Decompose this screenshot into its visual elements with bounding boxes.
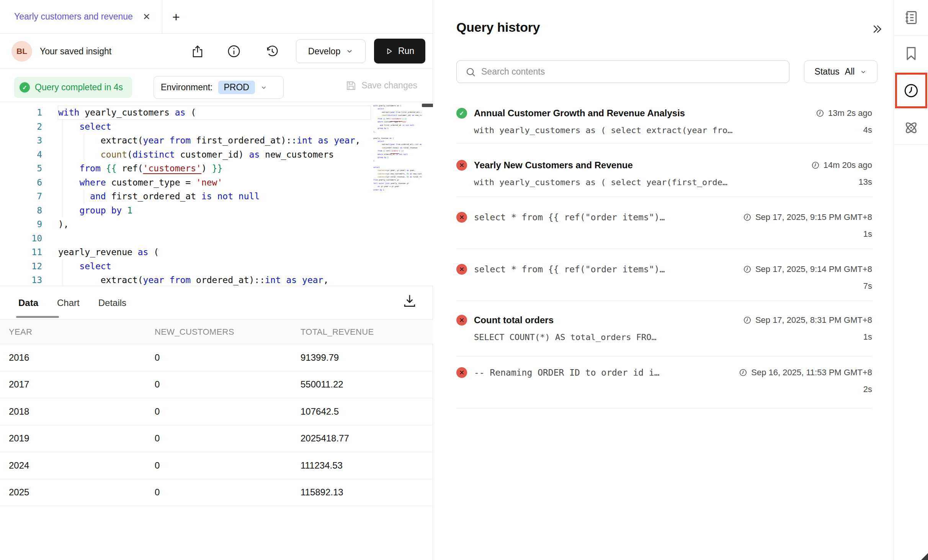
saved-insight-label: Your saved insight: [40, 34, 111, 69]
environment-selector[interactable]: Environment: PROD: [154, 76, 284, 99]
share-button[interactable]: [190, 44, 205, 59]
table-cell: 2016: [9, 352, 155, 363]
right-icon-rail: [894, 0, 928, 560]
sql-code-editor[interactable]: 1234567891011121314151617181920212223242…: [0, 102, 433, 286]
query-duration: 1s: [863, 229, 872, 239]
query-sql-preview: with yearly_customers as ( select year(f…: [474, 177, 859, 187]
query-history-item[interactable]: ✕ select * from {{ ref("order_items")… S…: [456, 249, 872, 301]
explore-compass-icon[interactable]: [903, 119, 920, 136]
line-number: 4: [0, 148, 42, 162]
query-timestamp: Sep 17, 2025, 9:15 PM GMT+8: [743, 212, 872, 222]
tab-yearly-customers-and-revenue[interactable]: Yearly customers and revenue ✕: [0, 0, 162, 33]
code-lines: with yearly_customers as ( select extrac…: [58, 106, 360, 286]
line-number: 12: [0, 259, 42, 273]
bookmark-icon[interactable]: [903, 45, 920, 62]
line-number: 2: [0, 120, 42, 134]
code-line: extract(year from ordered_at)::int as ye…: [58, 273, 360, 286]
table-cell: 2025418.77: [301, 433, 433, 444]
results-tab-chart[interactable]: Chart: [57, 286, 80, 319]
status-error-icon: ✕: [456, 315, 467, 326]
tab-close-icon[interactable]: ✕: [143, 11, 150, 22]
table-row[interactable]: 201902025418.77: [0, 425, 433, 453]
avatar[interactable]: BL: [11, 41, 32, 62]
status-filter-label: Status: [815, 67, 840, 77]
query-history-item[interactable]: ✓ Annual Customer Growth and Revenue Ana…: [456, 92, 872, 143]
develop-dropdown[interactable]: Develop: [296, 39, 366, 63]
query-timestamp: Sep 17, 2025, 9:14 PM GMT+8: [743, 264, 872, 274]
line-number: 5: [0, 161, 42, 176]
resize-handle[interactable]: [921, 553, 928, 560]
download-results-button[interactable]: [401, 292, 418, 309]
query-duration: 1s: [863, 332, 872, 342]
query-history-list: ✓ Annual Customer Growth and Revenue Ana…: [456, 92, 872, 409]
table-cell: 2019: [9, 433, 155, 444]
query-history-item[interactable]: ✕ select * from {{ ref("order_items")… S…: [456, 197, 872, 249]
query-timestamp: Sep 16, 2025, 11:53 PM GMT+8: [738, 368, 872, 378]
table-row[interactable]: 20180107642.5: [0, 398, 433, 425]
editor-minimap[interactable]: with yearly_customers as ( select extrac…: [373, 104, 422, 284]
query-title: select * from {{ ref("order_items")…: [474, 212, 736, 222]
table-cell: 0: [155, 433, 301, 444]
results-tab-data[interactable]: Data: [18, 286, 38, 319]
table-row[interactable]: 20250115892.13: [0, 479, 433, 506]
query-timestamp: 14m 20s ago: [811, 160, 872, 170]
query-timestamp: Sep 17, 2025, 8:31 PM GMT+8: [743, 315, 872, 325]
environment-label: Environment:: [161, 82, 213, 93]
collapse-panel-button[interactable]: [870, 22, 884, 36]
new-tab-button[interactable]: +: [162, 0, 190, 34]
column-header-total-revenue[interactable]: TOTAL_REVENUE: [301, 327, 433, 337]
line-number-gutter: 1234567891011121314151617181920212223242…: [0, 106, 42, 286]
tab-title: Yearly customers and revenue: [14, 11, 133, 22]
code-line: yearly_revenue as (: [58, 245, 360, 259]
search-input[interactable]: [481, 61, 780, 83]
column-header-new-customers[interactable]: NEW_CUSTOMERS: [155, 327, 301, 337]
editor-panel: Yearly customers and revenue ✕ + BL Your…: [0, 0, 433, 560]
rail-divider: [894, 35, 928, 36]
status-error-icon: ✕: [456, 160, 467, 171]
time-icon: [743, 213, 752, 222]
table-cell: 2024: [9, 460, 155, 471]
query-history-clock-icon[interactable]: [902, 82, 920, 99]
success-check-icon: ✓: [20, 82, 30, 93]
code-line: count(distinct customer_id) as new_custo…: [58, 148, 360, 162]
query-history-item[interactable]: ✕ Count total orders Sep 17, 2025, 8:31 …: [456, 301, 872, 357]
status-filter-dropdown[interactable]: Status All: [804, 60, 877, 83]
tab-bar: Yearly customers and revenue ✕ +: [0, 0, 433, 34]
query-status-text: Query completed in 4s: [35, 82, 123, 93]
query-title: Count total orders: [474, 315, 736, 326]
code-line: select: [58, 259, 360, 273]
save-changes-button[interactable]: Save changes: [345, 69, 417, 102]
table-row[interactable]: 20240111234.53: [0, 452, 433, 479]
results-tab-details[interactable]: Details: [98, 286, 126, 319]
query-history-item[interactable]: ✕ Yearly New Customers and Revenue 14m 2…: [456, 143, 872, 197]
table-cell: 2018: [9, 406, 155, 417]
code-line: ),: [58, 217, 360, 231]
query-sql-preview: with yearly_customers as ( select extrac…: [474, 125, 863, 135]
table-header-row: YEAR NEW_CUSTOMERS TOTAL_REVENUE: [0, 319, 433, 344]
table-cell: 91399.79: [301, 352, 433, 363]
table-cell: 550011.22: [301, 379, 433, 390]
run-button[interactable]: Run: [374, 39, 425, 63]
version-history-button[interactable]: [265, 44, 279, 59]
status-error-icon: ✕: [456, 212, 467, 223]
table-row[interactable]: 2016091399.79: [0, 344, 433, 371]
search-box[interactable]: [456, 60, 789, 83]
query-timestamp: 13m 2s ago: [815, 108, 872, 118]
editor-scrollbar-thumb[interactable]: [422, 104, 433, 107]
code-line: extract(year from first_ordered_at)::int…: [58, 133, 360, 148]
notebook-icon[interactable]: [903, 9, 920, 26]
query-title: Yearly New Customers and Revenue: [474, 160, 804, 171]
editor-status-bar: ✓ Query completed in 4s Environment: PRO…: [0, 69, 433, 102]
table-cell: 0: [155, 460, 301, 471]
table-cell: 0: [155, 406, 301, 417]
column-header-year[interactable]: YEAR: [9, 327, 155, 337]
table-row[interactable]: 20170550011.22: [0, 371, 433, 399]
time-icon: [811, 161, 820, 170]
query-duration: 4s: [863, 125, 872, 135]
line-number: 1: [0, 106, 42, 120]
code-line: from {{ ref('customers') }}: [58, 161, 360, 176]
info-button[interactable]: [227, 44, 241, 59]
results-tab-bar: DataChartDetails: [0, 286, 433, 319]
insight-toolbar: BL Your saved insight: [0, 34, 433, 69]
query-history-item[interactable]: ✕ -- Renaming ORDER_ID to order_id i… Se…: [456, 357, 872, 409]
